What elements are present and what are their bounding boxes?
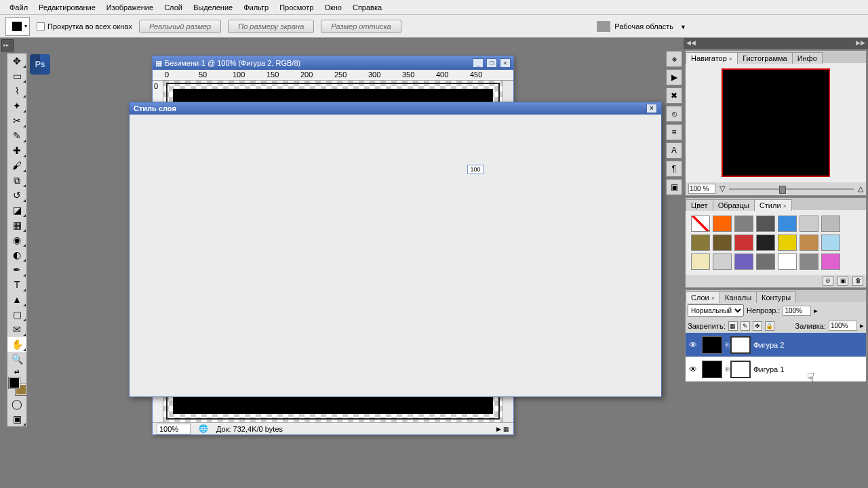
style-swatch[interactable] (734, 235, 753, 251)
brush-tool[interactable]: 🖌 (7, 158, 26, 173)
style-swatch[interactable] (800, 216, 818, 232)
panel-icon-4[interactable]: ⎋ (666, 106, 682, 122)
navigator-thumbnail[interactable] (722, 68, 830, 177)
style-swatch[interactable] (778, 253, 797, 270)
tab-channels[interactable]: Каналы (719, 291, 757, 303)
healing-tool[interactable]: ✚ (7, 143, 26, 158)
menu-layer[interactable]: Слой (159, 1, 188, 14)
layer-thumbnail[interactable] (702, 336, 722, 354)
collapse-right-icon[interactable]: ▶▶ (856, 39, 865, 46)
move-tool[interactable]: ✥ (7, 54, 26, 68)
style-swatch[interactable] (713, 216, 732, 232)
dodge-tool[interactable]: ◐ (7, 247, 26, 262)
menu-file[interactable]: Файл (4, 1, 33, 14)
ruler-horizontal[interactable]: 0 50 100 150 200 250 300 350 400 450 (153, 70, 513, 81)
panel-icon-3[interactable]: ✖ (666, 87, 682, 104)
wand-tool[interactable]: ✦ (7, 98, 26, 113)
style-swatch[interactable] (821, 253, 840, 270)
layer-thumbnail[interactable] (702, 361, 722, 378)
fill-flyout-icon[interactable]: ▸ (860, 321, 864, 330)
layer-mask-thumbnail[interactable] (730, 361, 751, 378)
menu-select[interactable]: Выделение (188, 1, 238, 14)
status-menu-icon[interactable]: ▶ ▦ (496, 426, 509, 432)
tab-info[interactable]: Инфо (792, 52, 823, 64)
tab-layers[interactable]: Слои× (686, 291, 720, 303)
dock-collapse-left[interactable] (1, 39, 14, 52)
gradient-tool[interactable]: ▦ (7, 218, 26, 232)
lock-transparent-icon[interactable]: ▦ (728, 321, 738, 331)
crop-tool[interactable]: ✂ (7, 113, 26, 128)
print-size-button[interactable]: Размер оттиска (321, 20, 401, 33)
tool-preset-picker[interactable] (5, 17, 30, 36)
style-swatch[interactable] (756, 235, 775, 251)
lasso-tool[interactable]: ⌇ (7, 83, 26, 98)
panel-icon-6[interactable]: A (666, 142, 682, 159)
layer-row[interactable]: 👁⎘Фигура 1 (686, 357, 866, 382)
type-tool[interactable]: T (7, 277, 26, 292)
color-swatches[interactable] (7, 376, 26, 396)
navigator-zoom-input[interactable] (688, 184, 715, 194)
blur-tool[interactable]: ◉ (7, 232, 26, 247)
menu-edit[interactable]: Редактирование (33, 1, 101, 14)
panel-icon-2[interactable]: ▶ (666, 69, 682, 85)
history-brush-tool[interactable]: ↺ (7, 188, 26, 203)
scroll-all-windows-checkbox[interactable]: Прокрутка во всех окнах (37, 22, 132, 30)
lock-all-icon[interactable]: 🔒 (765, 321, 774, 331)
style-swatch[interactable] (756, 216, 775, 232)
path-select-tool[interactable]: ▲ (7, 292, 26, 307)
lock-position-icon[interactable]: ✥ (753, 321, 762, 331)
collapse-left-icon[interactable]: ◀◀ (686, 39, 696, 46)
menu-image[interactable]: Изображение (101, 1, 159, 14)
menu-filter[interactable]: Фильтр (238, 1, 274, 14)
style-swatch[interactable] (756, 253, 775, 270)
clear-style-icon[interactable]: ⊘ (823, 277, 833, 286)
panel-icon-1[interactable]: ⎈ (666, 51, 682, 67)
style-swatch[interactable] (778, 235, 797, 251)
dialog-close-button[interactable]: × (646, 104, 657, 113)
style-swatch[interactable] (713, 253, 732, 270)
eyedropper-tool[interactable]: ✎ (7, 128, 26, 143)
panel-icon-8[interactable]: ▣ (666, 179, 682, 195)
tab-histogram[interactable]: Гистограмма (737, 52, 793, 64)
style-swatch[interactable] (821, 216, 840, 232)
notes-tool[interactable]: ✉ (7, 322, 26, 337)
style-swatch[interactable] (713, 235, 732, 251)
menu-view[interactable]: Просмотр (274, 1, 319, 14)
style-swatch[interactable] (691, 253, 710, 270)
zoom-tool[interactable]: 🔍 (7, 352, 26, 367)
style-swatch[interactable] (821, 235, 840, 251)
link-icon[interactable]: ⎘ (724, 366, 730, 373)
tab-color[interactable]: Цвет (686, 199, 713, 211)
layer-name[interactable]: Фигура 1 (753, 365, 784, 373)
tab-navigator[interactable]: Навигатор× (686, 52, 738, 64)
opacity-input[interactable]: 100 (467, 165, 484, 174)
tab-paths[interactable]: Контуры (756, 291, 796, 303)
minimize-button[interactable]: _ (473, 58, 484, 68)
opacity-flyout-icon[interactable]: ▸ (814, 306, 818, 315)
panel-icon-5[interactable]: ≡ (666, 124, 682, 140)
blend-mode-select[interactable]: Нормальный (688, 304, 744, 317)
style-swatch[interactable] (800, 235, 818, 251)
style-swatch[interactable] (734, 253, 753, 270)
menu-help[interactable]: Справка (347, 1, 387, 14)
stamp-tool[interactable]: ⧉ (7, 173, 26, 188)
fit-screen-button[interactable]: По размеру экрана (228, 20, 314, 33)
zoom-in-icon[interactable]: △ (858, 184, 863, 193)
visibility-icon[interactable]: 👁 (686, 365, 701, 374)
foreground-color[interactable] (9, 378, 20, 388)
zoom-field[interactable]: 100% (157, 424, 191, 434)
dialog-titlebar[interactable]: Стиль слоя × (130, 102, 661, 115)
opacity-field[interactable]: 100% (783, 306, 811, 316)
menu-window[interactable]: Окно (319, 1, 347, 14)
fill-field[interactable]: 100% (829, 321, 857, 331)
style-swatch[interactable] (691, 235, 710, 251)
style-swatch[interactable] (800, 253, 818, 270)
layer-mask-thumbnail[interactable] (730, 336, 751, 354)
pen-tool[interactable]: ✒ (7, 262, 26, 277)
close-button[interactable]: × (500, 58, 511, 68)
new-style-icon[interactable]: ▣ (837, 277, 848, 286)
actual-pixels-button[interactable]: Реальный размер (139, 20, 221, 33)
hand-tool[interactable]: ✋ (7, 337, 26, 352)
layer-row[interactable]: 👁⎘Фигура 2 (686, 333, 866, 357)
screenmode-toggle[interactable]: ▣ (7, 411, 26, 426)
